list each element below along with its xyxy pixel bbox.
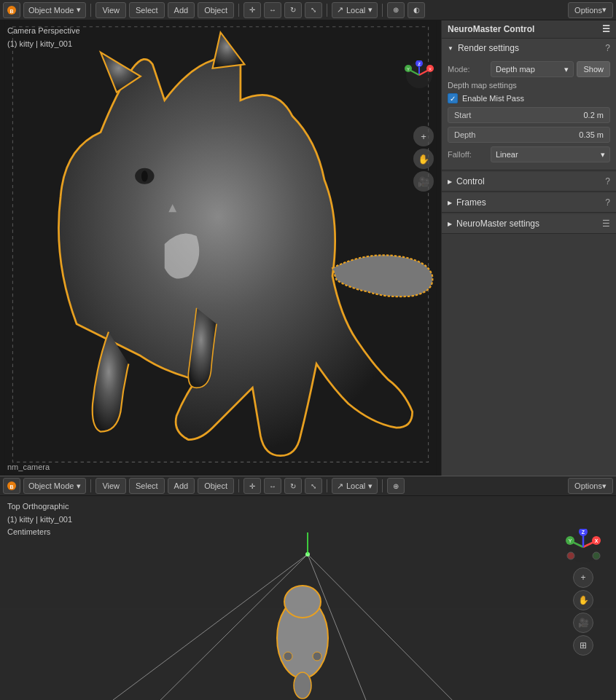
- rotate-tool[interactable]: ↻: [284, 2, 302, 18]
- menu-object[interactable]: Object: [198, 2, 234, 18]
- svg-point-31: [284, 652, 292, 661]
- depth-value: 0.35 m: [579, 130, 604, 139]
- bottom-menu-select[interactable]: Select: [129, 478, 165, 494]
- render-settings-help[interactable]: ?: [605, 43, 610, 53]
- neuromaster-settings-title: NeuroMaster settings: [456, 219, 539, 229]
- svg-point-5: [141, 170, 148, 181]
- frames-section: ▶ Frames ?: [442, 193, 616, 213]
- cat-silhouette-canvas: [0, 20, 441, 476]
- viewport-top[interactable]: Camera Perspective (1) kitty | kitty_001…: [0, 20, 441, 476]
- collapse-arrow-frames: ▶: [448, 200, 452, 206]
- enable-mist-checkbox[interactable]: ✓: [448, 93, 458, 103]
- options-button[interactable]: Options▾: [568, 2, 613, 18]
- pan-btn[interactable]: ✋: [413, 149, 434, 169]
- render-settings-section: ▼ Render settings ? Mode: Depth map ▾: [442, 39, 616, 170]
- show-button[interactable]: Show: [577, 61, 610, 77]
- render-settings-title: Render settings: [458, 43, 519, 53]
- panel-title: NeuroMaster Control: [448, 24, 534, 34]
- render-settings-body: Mode: Depth map ▾ Show Depth map setting…: [442, 58, 616, 170]
- menu-add[interactable]: Add: [168, 2, 195, 18]
- bottom-sep4: [382, 479, 383, 492]
- blender-logo[interactable]: B: [3, 2, 20, 18]
- object-mode-dropdown[interactable]: Object Mode ▾: [23, 2, 86, 18]
- frames-title: Frames: [456, 197, 486, 208]
- bottom-3d-canvas: [0, 496, 616, 700]
- svg-point-30: [294, 672, 311, 699]
- bottom-blender-logo[interactable]: B: [3, 478, 20, 494]
- svg-point-29: [284, 586, 321, 618]
- camera-btn[interactable]: 🎥: [413, 171, 434, 192]
- shading-icon[interactable]: ◐: [408, 2, 425, 18]
- svg-point-43: [567, 552, 574, 559]
- panel-content: ▼ Render settings ? Mode: Depth map ▾: [442, 39, 616, 476]
- control-header[interactable]: ▶ Control ?: [442, 172, 616, 191]
- bottom-sep2: [238, 479, 239, 492]
- frames-header[interactable]: ▶ Frames ?: [442, 193, 616, 212]
- mode-value: Depth map: [496, 65, 535, 74]
- falloff-dropdown[interactable]: Linear ▾: [491, 146, 610, 162]
- bottom-rotate-tool[interactable]: ↻: [284, 478, 302, 494]
- falloff-row: Falloff: Linear ▾: [448, 146, 610, 162]
- menu-view[interactable]: View: [95, 2, 126, 18]
- bottom-move-tool[interactable]: ↔: [264, 478, 281, 494]
- depth-row: Depth 0.35 m: [448, 127, 610, 143]
- svg-point-44: [593, 552, 600, 559]
- svg-text:Y: Y: [569, 538, 572, 543]
- falloff-label: Falloff:: [448, 150, 488, 159]
- collapse-arrow-nm: ▶: [448, 221, 452, 227]
- sep3: [327, 4, 327, 17]
- frames-help[interactable]: ?: [605, 197, 610, 208]
- move-tool[interactable]: ↔: [264, 2, 281, 18]
- enable-mist-pass-row: ✓ Enable Mist Pass: [448, 93, 610, 103]
- svg-text:B: B: [9, 8, 13, 13]
- bottom-menu-add[interactable]: Add: [168, 478, 195, 494]
- falloff-value: Linear: [496, 150, 518, 159]
- bottom-gizmo-area: X Y Z + ✋ 🎥 ⊞: [565, 529, 601, 656]
- depth-map-settings-label: Depth map settings: [448, 81, 610, 90]
- bottom-grid-tool[interactable]: ⊞: [573, 635, 593, 656]
- control-section: ▶ Control ?: [442, 172, 616, 192]
- enable-mist-label: Enable Mist Pass: [462, 94, 524, 103]
- bottom-area: Top Orthographic (1) kitty | kitty_001 C…: [0, 496, 616, 700]
- collapse-arrow-render: ▼: [448, 45, 453, 52]
- overlay-icon[interactable]: ⊕: [387, 2, 405, 18]
- panel-menu-icon[interactable]: ☰: [602, 24, 610, 34]
- start-value: 0.2 m: [583, 111, 604, 119]
- right-panel: NeuroMaster Control ☰ ▼ Render settings …: [441, 20, 616, 476]
- transform-dropdown[interactable]: ↗Local▾: [332, 2, 378, 18]
- zoom-in-btn[interactable]: +: [413, 126, 434, 146]
- viewport-bottom[interactable]: Top Orthographic (1) kitty | kitty_001 C…: [0, 496, 616, 700]
- control-help[interactable]: ?: [605, 176, 610, 186]
- main-area: Camera Perspective (1) kitty | kitty_001…: [0, 20, 616, 476]
- bottom-overlay-icon[interactable]: ⊕: [387, 478, 405, 494]
- cursor-tool[interactable]: ✛: [243, 2, 261, 18]
- sep1: [90, 4, 91, 17]
- axis-gizmo: Z X Y: [405, 60, 434, 90]
- neuromaster-settings-header[interactable]: ▶ NeuroMaster settings ☰: [442, 214, 616, 233]
- camera-label: nm_camera: [7, 463, 50, 471]
- start-label: Start: [454, 111, 471, 119]
- bottom-mode-dropdown[interactable]: Object Mode ▾: [23, 478, 86, 494]
- bottom-scale-tool[interactable]: ⤡: [305, 478, 322, 494]
- svg-text:Z: Z: [418, 62, 421, 66]
- render-settings-header[interactable]: ▼ Render settings ?: [442, 39, 616, 58]
- bottom-options-button[interactable]: Options▾: [568, 478, 613, 494]
- bottom-pan-tool[interactable]: ✋: [573, 590, 593, 610]
- start-field[interactable]: Start 0.2 m: [448, 107, 610, 123]
- mode-row: Mode: Depth map ▾ Show: [448, 61, 610, 77]
- bottom-toolbar: B Object Mode ▾ View Select Add Object ✛…: [0, 476, 616, 496]
- collapse-arrow-control: ▶: [448, 178, 452, 185]
- mode-label: Mode:: [448, 65, 488, 74]
- bottom-zoom-in[interactable]: +: [573, 567, 593, 588]
- mode-dropdown[interactable]: Depth map ▾: [491, 61, 574, 77]
- neuromaster-settings-menu[interactable]: ☰: [602, 219, 610, 229]
- scale-tool[interactable]: ⤡: [305, 2, 322, 18]
- svg-point-32: [313, 652, 321, 661]
- bottom-cursor-tool[interactable]: ✛: [243, 478, 261, 494]
- bottom-transform-dropdown[interactable]: ↗Local▾: [332, 478, 378, 494]
- bottom-menu-object[interactable]: Object: [198, 478, 234, 494]
- depth-field[interactable]: Depth 0.35 m: [448, 127, 610, 143]
- menu-select[interactable]: Select: [129, 2, 165, 18]
- bottom-menu-view[interactable]: View: [95, 478, 126, 494]
- bottom-camera-view[interactable]: 🎥: [573, 613, 593, 633]
